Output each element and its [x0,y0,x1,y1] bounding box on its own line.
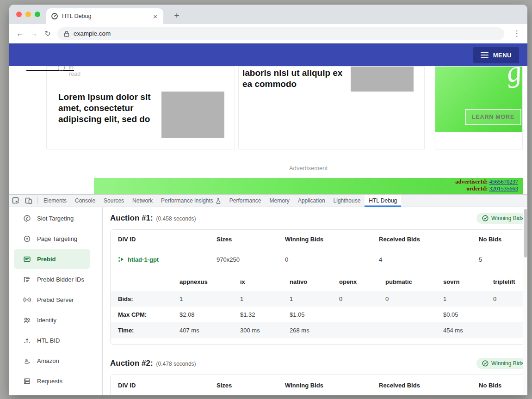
device-toolbar-icon[interactable] [22,195,35,207]
tab-memory[interactable]: Memory [266,195,294,207]
devtools-panel: Elements Console Sources Network Perform… [9,194,527,395]
article-headline: Lorem ipsum dolor sit amet, consectetur … [58,92,158,124]
order-id-value[interactable]: 3201535663 [489,185,519,192]
page-targeting-icon [23,235,31,243]
forward-button: → [27,27,41,41]
close-tab-icon[interactable]: × [152,12,159,20]
col-sizes: Sizes [217,382,285,389]
browser-toolbar: ← → ↻ example.com ⋮ [9,24,527,43]
prebid-icon [23,255,31,263]
sidebar-item-amazon[interactable]: a Amazon [14,350,90,371]
sidebar-item-identity[interactable]: Identity [14,310,90,330]
sidebar-item-prebid-server[interactable]: Prebid Server [14,289,90,310]
amazon-icon: a [23,357,31,365]
bidder-triplelift: triplelift [493,278,527,285]
new-tab-button[interactable]: + [170,9,183,22]
tab-performance-insights[interactable]: Performance insights [157,195,225,207]
advertiser-id-label: advertiserId: [455,178,488,185]
auction-table-header: DIV ID Sizes Winning Bids Received Bids … [111,375,527,395]
htl-debug-panel: Auction #1: (0.458 seconds) Winning Bids… [103,207,527,395]
bidder-nativo: nativo [290,278,339,285]
col-winning-bids: Winning Bids [285,382,379,389]
side-ad-creative[interactable]: g LEARN MORE [435,67,522,132]
advertiser-id-value[interactable]: 4565670237 [489,178,519,185]
flask-icon [216,198,221,204]
inread-underline [26,70,74,71]
bidder-pubmatic: pubmatic [385,278,443,285]
sidebar-item-requests[interactable]: Requests [14,371,90,391]
auction-2-title: Auction #2: [110,359,153,368]
tab-application[interactable]: Application [294,195,329,207]
prebid-bidder-ids-icon [23,276,31,283]
article-card-left[interactable]: Lorem ipsum dolor sit amet, consectetur … [46,66,235,149]
hamburger-icon [481,52,489,58]
max-cpm-row: Max CPM: $2.08 $1.32 $1.05 $0.05 [111,307,527,322]
tab-network[interactable]: Network [128,195,157,207]
auction-2-table: DIV ID Sizes Winning Bids Received Bids … [110,374,527,395]
slot-targeting-icon [23,215,31,222]
side-ad-card[interactable]: g LEARN MORE [435,66,523,149]
tab-title: HTL Debug [62,13,148,19]
tab-elements[interactable]: Elements [39,195,71,207]
minimize-window-button[interactable] [25,12,31,17]
col-no-bids: No Bids [479,382,527,389]
auction-1-duration: (0.458 seconds) [156,215,196,222]
tab-sources[interactable]: Sources [99,195,128,207]
banner-ad[interactable]: advertiserId: 4565670237 orderId: 320153… [94,178,523,194]
browser-menu-icon[interactable]: ⋮ [511,28,523,40]
auction-1-title: Auction #1: [110,214,153,223]
sizes-cell: 970x250 [217,256,285,263]
ad-script-letter: g [504,67,522,90]
scrollbar-thumb[interactable] [524,209,527,258]
site-menu-button[interactable]: MENU [473,47,519,63]
sidebar-item-prebid-bidder-ids[interactable]: Prebid Bidder IDs [14,269,90,289]
col-received-bids: Received Bids [379,236,479,243]
devtools-tab-bar: Elements Console Sources Network Perform… [9,195,527,207]
table-row: htlad-1-gpt 970x250 0 4 5 [111,249,527,270]
browser-window: HTL Debug × + ← → ↻ example.com ⋮ MENU [9,5,527,395]
col-div-id: DIV ID [118,382,217,389]
page-viewport: MENU in read Lorem ipsum dolor sit amet,… [9,43,527,194]
sidebar-item-page-targeting[interactable]: Page Targeting [14,228,90,249]
bidder-sovrn: sovrn [443,278,493,285]
tab-performance[interactable]: Performance [225,195,266,207]
no-bids-cell: 5 [479,256,527,263]
tab-favicon [51,12,58,20]
url-text: example.com [74,30,111,37]
tab-htl-debug[interactable]: HTL Debug [365,195,401,207]
div-id-cell[interactable]: htlad-1-gpt [118,256,217,263]
sidebar-item-slot-targeting[interactable]: Slot Targeting [14,208,90,228]
browser-tab[interactable]: HTL Debug × [46,8,163,24]
banner-ad-meta: advertiserId: 4565670237 orderId: 320153… [455,178,518,192]
article-card-center[interactable]: laboris nisi ut aliquip ex ea commodo [238,66,425,149]
tab-lighthouse[interactable]: Lighthouse [329,195,365,207]
col-received-bids: Received Bids [379,382,479,389]
time-row: Time: 407 ms 300 ms 268 ms 454 ms [111,322,527,338]
zoom-window-button[interactable] [35,12,40,17]
check-circle-icon [482,360,489,367]
col-sizes: Sizes [217,236,285,243]
auction-1-header: Auction #1: (0.458 seconds) Winning Bids… [110,214,527,226]
inspect-element-icon[interactable] [9,195,22,207]
col-winning-bids: Winning Bids [285,236,379,243]
back-button[interactable]: ← [13,27,27,41]
article-headline: laboris nisi ut aliquip ex ea commodo [242,68,351,90]
reload-button[interactable]: ↻ [41,27,55,41]
col-no-bids: No Bids [479,236,527,243]
site-header: MENU [9,43,527,66]
auction-2-header: Auction #2: (0.478 seconds) Winning Bids… [110,359,527,371]
toolbar-separator [37,197,37,204]
sidebar-item-prebid[interactable]: Prebid [14,249,90,269]
tab-console[interactable]: Console [71,195,99,207]
col-div-id: DIV ID [118,236,217,243]
winning-bids-cell: 0 [285,256,379,263]
devtools-scrollbar[interactable] [523,207,527,395]
bidder-openx: openx [339,278,385,285]
learn-more-button[interactable]: LEARN MORE [465,109,521,125]
tab-strip: HTL Debug × + [9,5,527,24]
sidebar-item-htl-bid[interactable]: HTL BID [14,330,90,350]
window-controls [16,12,40,17]
address-bar[interactable]: example.com [57,27,504,40]
close-window-button[interactable] [16,12,22,17]
prebid-slot-icon [118,256,124,263]
